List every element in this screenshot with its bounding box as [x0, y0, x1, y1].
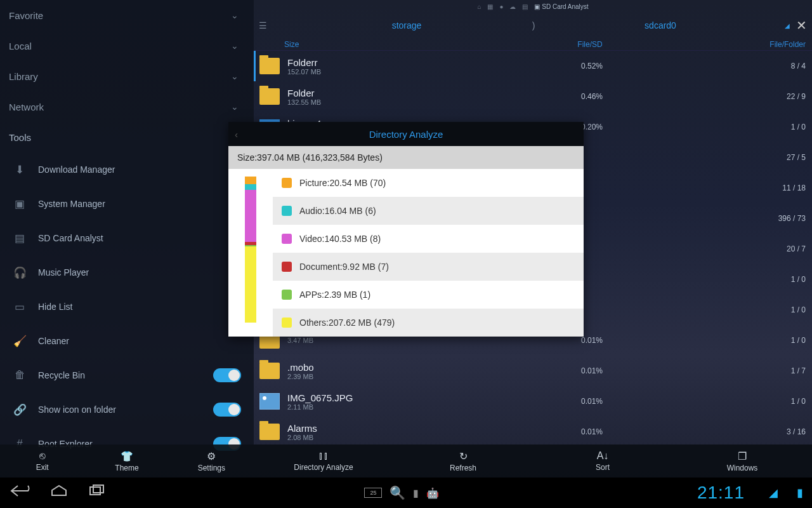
sidebar: Favorite⌄ Local⌄ Library⌄ Network⌄ Tools… — [0, 0, 254, 444]
chart-icon: ⫿⫿ — [318, 450, 329, 462]
sidebar-tool-sd-card-analyst[interactable]: ▤SD Card Analyst — [0, 221, 254, 255]
bar-segment — [245, 177, 256, 184]
sidebar-section-favorite[interactable]: Favorite⌄ — [0, 0, 254, 30]
sidebar-section-local[interactable]: Local⌄ — [0, 30, 254, 61]
file-name: .mobo — [287, 362, 522, 373]
dialog-title: Directory Analyze — [369, 129, 443, 140]
file-pct: 0.01% — [522, 336, 662, 345]
back-icon[interactable]: ‹ — [235, 129, 238, 140]
file-size: 152.07 MB — [287, 68, 522, 76]
category-row[interactable]: Picture:20.54 MB (70) — [273, 169, 584, 197]
col-size[interactable]: Size — [254, 40, 520, 49]
file-size: 2.11 MB — [287, 403, 522, 411]
bar-segment — [245, 184, 256, 190]
category-row[interactable]: Others:207.62 MB (479) — [273, 309, 584, 337]
category-label: APPs:2.39 MB (1) — [299, 290, 370, 300]
recent-icon[interactable] — [88, 484, 107, 502]
directory-analyze-dialog: ‹ Directory Analyze Size:397.04 MB (416,… — [228, 122, 584, 337]
file-row[interactable]: IMG_0675.JPG2.11 MB0.01%1 / 0 — [254, 386, 812, 417]
back-icon[interactable] — [9, 484, 30, 502]
home-icon[interactable] — [49, 484, 69, 502]
theme-button[interactable]: 👕Theme — [84, 444, 169, 478]
tool-icon: ▣ — [13, 197, 27, 211]
sidebar-section-network[interactable]: Network⌄ — [0, 91, 254, 122]
settings-button[interactable]: ⚙Settings — [169, 444, 254, 478]
sidebar-tool-music-player[interactable]: 🎧Music Player — [0, 255, 254, 290]
breadcrumb: ☰ storage ) sdcard0 ◢ ✕ — [254, 13, 812, 38]
file-folder-count: 8 / 4 — [662, 62, 812, 70]
breadcrumb-storage[interactable]: storage — [286, 20, 527, 30]
color-swatch — [282, 262, 292, 272]
folder-icon — [259, 88, 280, 105]
category-row[interactable]: Video:140.53 MB (8) — [273, 225, 584, 253]
gear-icon: ⚙ — [207, 450, 216, 462]
sidebar-tool-cleaner[interactable]: 🧹Cleaner — [0, 324, 254, 358]
category-row[interactable]: APPs:2.39 MB (1) — [273, 281, 584, 309]
file-size: 2.08 MB — [287, 434, 522, 441]
toggle-switch[interactable] — [213, 368, 241, 382]
sidebar-tool-hide-list[interactable]: ▭Hide List — [0, 290, 254, 324]
file-pct: 0.01% — [522, 427, 662, 436]
file-folder-count: 11 / 18 — [662, 184, 812, 192]
file-folder-count: 396 / 73 — [662, 214, 812, 223]
file-row[interactable]: Alarms2.08 MB0.01%3 / 16 — [254, 417, 812, 447]
cloud-icon[interactable]: ☁ — [509, 3, 516, 10]
windows-icon: ❐ — [738, 450, 747, 462]
file-name: Folderr — [287, 57, 522, 68]
refresh-button[interactable]: ↻Refresh — [393, 444, 533, 478]
sidebar-tool-show-icon-on-folder[interactable]: 🔗Show icon on folder — [0, 392, 254, 427]
bar-segment — [245, 190, 256, 241]
file-pct: 0.01% — [522, 366, 662, 375]
expand-icon[interactable]: ◢ — [785, 22, 790, 29]
col-file-sd[interactable]: File/SD — [520, 40, 660, 49]
exit-button[interactable]: ⎋Exit — [0, 444, 84, 478]
refresh-icon: ↻ — [459, 450, 468, 462]
toggle-switch[interactable] — [213, 403, 241, 417]
column-headers: Size File/SD File/Folder — [254, 38, 812, 51]
svg-rect-0 — [90, 487, 100, 495]
stacked-bar-chart — [228, 169, 273, 337]
sidebar-tool-download-manager[interactable]: ⬇Download Manager — [0, 152, 254, 187]
folder-icon — [259, 363, 280, 379]
tool-icon: 🗑 — [13, 369, 27, 382]
sort-button[interactable]: A↓Sort — [533, 444, 672, 478]
breadcrumb-sdcard0[interactable]: sdcard0 — [540, 20, 781, 30]
sidebar-section-tools[interactable]: Tools — [0, 122, 254, 152]
sidebar-tool-recycle-bin[interactable]: 🗑Recycle Bin — [0, 358, 254, 392]
sidebar-section-library[interactable]: Library⌄ — [0, 61, 254, 91]
exit-icon: ⎋ — [39, 450, 46, 462]
category-label: Video:140.53 MB (8) — [299, 234, 381, 244]
color-swatch — [282, 206, 292, 216]
chevron-down-icon: ⌄ — [231, 102, 239, 112]
category-label: Document:9.92 MB (7) — [299, 262, 389, 272]
user-icon[interactable]: ● — [499, 3, 503, 10]
category-row[interactable]: Document:9.92 MB (7) — [273, 253, 584, 281]
file-row[interactable]: Folderr152.07 MB0.52%8 / 4 — [254, 51, 812, 81]
ftp-icon[interactable]: ▤ — [522, 3, 528, 10]
tool-icon: 🎧 — [13, 266, 27, 279]
tool-label: SD Card Analyst — [38, 233, 103, 243]
file-row[interactable]: Folder132.55 MB0.46%22 / 9 — [254, 81, 812, 112]
clock: 21:11 — [697, 483, 745, 503]
file-name: Alarms — [287, 423, 522, 434]
color-swatch — [282, 178, 292, 188]
file-row[interactable]: .mobo2.39 MB0.01%1 / 7 — [254, 356, 812, 386]
col-file-folder[interactable]: File/Folder — [660, 40, 812, 49]
home-icon[interactable]: ⌂ — [477, 3, 481, 10]
file-size: 3.47 MB — [287, 337, 522, 344]
directory-analyze-button[interactable]: ⫿⫿Directory Analyze — [254, 444, 393, 478]
apps-icon[interactable]: ▦ — [487, 3, 493, 10]
search-icon[interactable]: 🔍 — [390, 485, 405, 500]
category-label: Audio:16.04 MB (6) — [299, 206, 376, 216]
file-folder-count: 3 / 16 — [662, 427, 812, 436]
tool-icon: ▭ — [13, 300, 27, 314]
windows-button[interactable]: ❐Windows — [672, 444, 812, 478]
close-icon[interactable]: ✕ — [796, 18, 807, 33]
list-icon[interactable]: ☰ — [259, 20, 267, 30]
file-folder-count: 27 / 5 — [662, 153, 812, 162]
active-tool-label: ▣ SD Card Analyst — [534, 3, 588, 10]
tool-icon: 🧹 — [13, 335, 27, 348]
tool-label: Hide List — [38, 302, 72, 312]
sidebar-tool-system-manager[interactable]: ▣System Manager — [0, 187, 254, 221]
category-row[interactable]: Audio:16.04 MB (6) — [273, 197, 584, 225]
